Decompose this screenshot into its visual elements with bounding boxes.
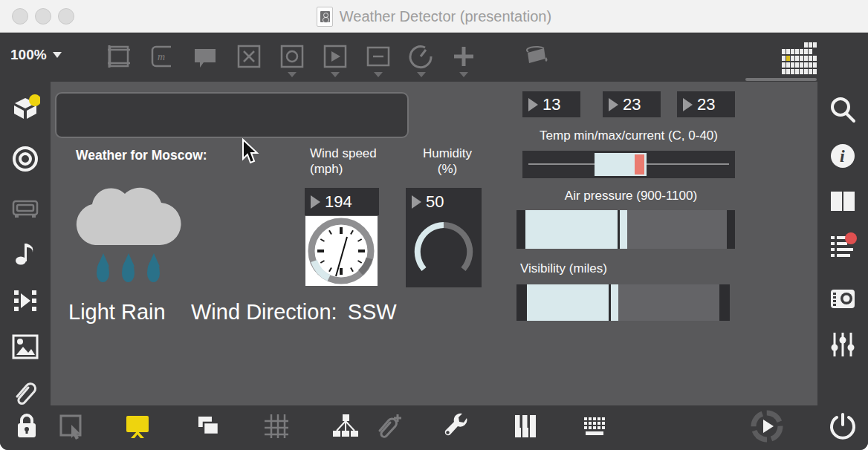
plus-icon[interactable]	[451, 44, 476, 69]
select-rect-icon[interactable]	[56, 411, 86, 441]
filmstrip-play-icon[interactable]	[10, 286, 40, 316]
wind-speed-label: Wind speed (mph)	[310, 146, 377, 177]
dial-icon[interactable]	[408, 44, 433, 69]
mouse-cursor	[238, 138, 260, 166]
camera-icon[interactable]	[828, 284, 858, 313]
toolbar-scrollbar[interactable]	[745, 78, 817, 81]
wind-direction-value: SSW	[348, 300, 397, 324]
chevron-down-icon[interactable]	[459, 72, 468, 77]
numberbox-triangle-icon	[311, 195, 320, 209]
numberbox-triangle-icon	[609, 98, 618, 111]
palette-grid-square	[795, 56, 799, 61]
presentation-easel-icon[interactable]	[123, 411, 152, 441]
rangeslider-current-marker	[635, 154, 644, 175]
humidity-numberbox[interactable]: 50	[406, 188, 482, 215]
search-icon[interactable]	[828, 95, 858, 125]
palette-grid-square	[813, 42, 817, 48]
temp-current-value: 23	[697, 95, 715, 114]
transport-play-icon[interactable]	[751, 410, 783, 443]
slider-knob[interactable]	[611, 284, 618, 321]
zoom-level-dropdown[interactable]: 100%	[10, 47, 62, 63]
palette-grid-square	[813, 56, 817, 61]
chevron-down-icon	[53, 52, 62, 58]
console-drawer-icon[interactable]	[10, 194, 40, 224]
patcher-doc-icon	[317, 7, 333, 27]
wind-direction-text: Wind Direction:SSW	[191, 300, 397, 325]
slider-knob[interactable]	[620, 210, 627, 249]
palette-grid-square	[782, 62, 786, 68]
city-text-input[interactable]	[55, 92, 409, 138]
palette-grid-square	[804, 56, 808, 61]
split-panels-icon[interactable]	[828, 186, 858, 216]
chevron-down-icon[interactable]	[417, 72, 426, 77]
overlap-rects-icon[interactable]	[193, 411, 223, 441]
message-box-icon[interactable]: m	[149, 44, 175, 69]
palette-grid-square	[791, 62, 794, 68]
chevron-down-icon[interactable]	[374, 72, 383, 77]
visibility-slider[interactable]	[516, 284, 730, 321]
palette-grid-square	[800, 49, 803, 54]
weather-for-label: Weather for Moscow:	[76, 148, 207, 163]
info-icon[interactable]: i	[828, 141, 858, 171]
package-cube-icon[interactable]	[10, 94, 40, 123]
temp-max-numberbox[interactable]: 23	[603, 91, 661, 117]
comment-icon[interactable]	[192, 44, 218, 69]
number-box-icon[interactable]	[366, 44, 391, 69]
lock-icon[interactable]	[12, 411, 42, 441]
slider-fill	[525, 210, 618, 249]
wind-speed-numberbox[interactable]: 194	[305, 188, 379, 215]
palette-grid-square	[809, 56, 812, 61]
palette-grid-square	[782, 49, 786, 54]
palette-grid-square	[782, 56, 786, 61]
palette-grid-square	[809, 69, 812, 74]
paperclip-add-icon[interactable]	[374, 411, 404, 441]
wrench-icon[interactable]	[441, 411, 471, 441]
hierarchy-tree-icon[interactable]	[331, 411, 360, 441]
temp-min-numberbox[interactable]: 13	[522, 91, 580, 117]
clock-widget[interactable]	[305, 216, 378, 286]
filters-sliders-icon[interactable]	[828, 330, 858, 359]
chevron-down-icon[interactable]	[288, 72, 297, 77]
palette-grid-square	[804, 42, 808, 48]
paperclip-icon[interactable]	[10, 377, 40, 407]
button-icon[interactable]	[279, 44, 305, 69]
palette-grid-square	[804, 69, 808, 74]
humidity-dial-panel[interactable]: 50	[406, 188, 482, 287]
temp-rangeslider[interactable]	[522, 151, 735, 178]
power-icon[interactable]	[828, 411, 858, 441]
grid-icon[interactable]	[262, 411, 291, 441]
palette-grid-square	[809, 49, 812, 54]
humidity-value: 50	[426, 192, 444, 212]
air-pressure-slider[interactable]	[516, 210, 735, 249]
patcher-canvas: Weather for Moscow: Wind speed (mph) Hum…	[51, 82, 817, 405]
slider-rest	[627, 210, 727, 249]
chevron-down-icon[interactable]	[331, 72, 340, 77]
zoom-level-value: 100%	[10, 47, 47, 63]
svg-text:i: i	[840, 146, 845, 166]
palette-grid-square	[800, 56, 803, 61]
temp-current-numberbox[interactable]: 23	[677, 91, 735, 117]
pads-keyboard-icon[interactable]	[580, 411, 609, 441]
rain-cloud-icon	[67, 177, 186, 247]
playbar-icon[interactable]	[323, 44, 348, 69]
console-list-icon[interactable]	[828, 230, 858, 260]
slider-rest	[618, 284, 719, 321]
palette-grid-square	[800, 69, 803, 74]
palette-grid-square	[782, 69, 786, 74]
piano-keys-icon[interactable]	[511, 411, 540, 441]
rangeslider-range[interactable]	[595, 153, 647, 176]
palette-grid-square	[813, 69, 817, 74]
left-sidebar	[0, 82, 51, 405]
temp-max-value: 23	[623, 95, 641, 114]
toggle-icon[interactable]	[236, 44, 262, 69]
image-icon[interactable]	[10, 332, 40, 362]
object-palette-grid-icon[interactable]	[782, 42, 816, 75]
object-box-icon[interactable]	[106, 44, 132, 69]
humidity-dial[interactable]	[406, 215, 482, 287]
target-circles-icon[interactable]	[10, 144, 40, 174]
music-note-icon[interactable]	[10, 238, 40, 267]
paint-bucket-icon[interactable]	[524, 44, 549, 69]
palette-grid-square	[813, 62, 817, 68]
palette-grid-square	[795, 62, 799, 68]
titlebar: Weather Detector (presentation)	[0, 0, 868, 33]
